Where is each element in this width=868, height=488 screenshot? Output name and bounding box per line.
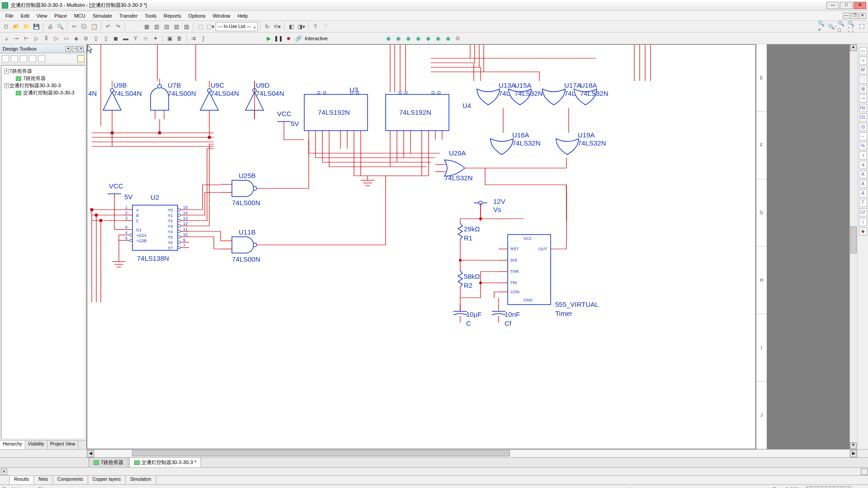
menu-place[interactable]: Place [51,12,71,19]
sb-new[interactable] [2,55,9,62]
inst-agi2[interactable]: A [859,180,867,188]
paste-button[interactable]: 📋 [90,22,99,31]
place-bus[interactable]: ⇉ [189,34,198,43]
inst-spec[interactable]: ⫴ [859,151,867,160]
tree-root-1[interactable]: 7路抢答器 [3,67,83,75]
inst-bode[interactable]: ⤳ [859,94,867,103]
place-net[interactable]: ∫ [199,34,208,43]
close-button[interactable]: ✕ [854,2,866,9]
place-hier[interactable]: ▣ [165,34,174,43]
tb-a[interactable]: ↻ [263,22,272,31]
redo-button[interactable]: ↷ [113,22,123,31]
menu-mcu[interactable]: MCU [71,12,89,19]
menu-transfer[interactable]: Transfer [116,12,142,19]
scroll-left[interactable]: ◀ [87,450,94,457]
tree-root-2[interactable]: 交通灯控制器30-3-30-3 [3,82,83,89]
place-misc4[interactable]: ▬ [121,34,130,43]
schematic-canvas[interactable]: U9B 74LS04N 4N U7B 74LS00N [87,44,756,449]
grid2-button[interactable]: ▥ [152,22,161,31]
sb-refresh[interactable] [77,55,85,62]
place-misc6[interactable]: ✦ [151,34,160,43]
spreadsheet-close[interactable]: ✕ [1,469,7,475]
grid5-button[interactable]: ▧ [182,22,191,31]
comp1-button[interactable]: ⬚ [196,22,205,31]
inst-7[interactable]: ◉ [443,34,453,43]
sb-save[interactable] [20,55,27,62]
tab-copper[interactable]: Copper layers [88,476,126,484]
tab-hierarchy[interactable]: Hierarchy [0,441,25,449]
cut-button[interactable]: ✂ [70,22,79,31]
preview-button[interactable]: 🔍 [56,22,65,31]
tab-nets[interactable]: Nets [34,476,53,484]
zoom-out-button[interactable]: 🔍- [827,22,836,31]
place-amp[interactable]: ▷ [52,34,61,43]
sb-opt[interactable] [38,55,45,62]
menu-reports[interactable]: Reports [160,12,185,19]
comp2-button[interactable]: ⬚▾ [206,22,215,31]
menu-help[interactable]: Help [234,12,252,19]
open2-button[interactable]: 📁 [22,22,31,31]
menu-edit[interactable]: Edit [17,12,33,19]
zoom-fit-button[interactable]: 🔍⛶ [847,22,856,31]
inst-6[interactable]: ◉ [434,34,443,43]
pause-button[interactable]: ❚❚ [274,34,283,43]
doctab-2[interactable]: 交通灯控制器30-3-30-3 * [129,457,201,467]
tb-b[interactable]: ⟲▾ [273,22,282,31]
tb-d[interactable]: ◨▾ [297,22,306,31]
place-del[interactable]: 🗑 [175,34,184,43]
inst-agi3[interactable]: A [859,189,867,197]
doctab-1[interactable]: 7路抢答器 [89,457,128,467]
help-button[interactable]: ❔ [321,22,330,31]
tab-components[interactable]: Components [53,476,88,484]
inst-probe[interactable]: ⤹ [859,218,867,226]
place-misc2[interactable]: ▯ [101,34,110,43]
undo-button[interactable]: ↶ [104,22,113,31]
tab-results[interactable]: Results [9,476,34,484]
maximize-button[interactable]: □ [840,2,853,9]
place-led[interactable]: ◈ [71,34,80,43]
inst-2[interactable]: ◉ [394,34,403,43]
zoom-in-button[interactable]: 🔍+ [817,22,826,31]
place-diode[interactable]: ▷ [32,34,41,43]
spreadsheet-opts[interactable] [861,469,868,475]
sidebar-close-icon[interactable]: ✕ [78,46,84,52]
tab-project-view[interactable]: Project View [47,441,78,449]
place-trans[interactable]: ⊼ [42,34,51,43]
menu-view[interactable]: View [33,12,51,19]
inst-3[interactable]: ◉ [404,34,413,43]
menu-simulate[interactable]: Simulate [89,12,116,19]
sidebar-menu-icon[interactable]: ▾ [66,46,71,52]
sidebar-pin-icon[interactable]: ⊣ [72,46,77,52]
mdi-close[interactable]: ✕ [859,13,866,19]
inst-8[interactable]: ⚙ [453,34,462,43]
inst-tek[interactable]: T [859,199,867,207]
tab-visibility[interactable]: Visibility [25,441,47,449]
fullscreen-button[interactable]: ⛶ [857,22,866,31]
menu-file[interactable]: File [2,12,17,19]
open-button[interactable]: 📂 [12,22,21,31]
place-sw[interactable]: ⊘ [81,34,90,43]
inst-4[interactable]: ◉ [414,34,423,43]
inst-agi1[interactable]: A [859,170,867,178]
sb-saveas[interactable] [29,55,36,62]
scroll-thumb[interactable] [132,450,510,456]
inst-scope[interactable]: ⬚ [859,75,867,84]
minimize-button[interactable]: — [826,2,839,9]
place-y[interactable]: Y [131,34,140,43]
grid1-button[interactable]: ▦ [142,22,151,31]
save-button[interactable]: 💾 [32,22,41,31]
menu-options[interactable]: Options [185,12,209,19]
inst-word[interactable]: 01 [859,113,867,122]
run-button[interactable]: ▶ [264,34,273,43]
design-tree[interactable]: 7路抢答器 7路抢答器 交通灯控制器30-3-30-3 交通灯控制器30-3-3… [1,65,85,439]
tree-child-1[interactable]: 7路抢答器 [3,75,83,82]
place-gnd[interactable]: ⏚ [2,34,11,43]
inst-funcgen[interactable]: ∿ [859,56,867,65]
place-ic[interactable]: ▭ [61,34,71,43]
grid3-button[interactable]: ▤ [162,22,171,31]
inst-net[interactable]: ※ [859,161,867,169]
place-res[interactable]: ⊸ [12,34,21,43]
new-button[interactable]: 🗋 [2,22,11,31]
place-misc5[interactable]: ⊹ [141,34,150,43]
scroll-right[interactable]: ▶ [850,450,857,457]
